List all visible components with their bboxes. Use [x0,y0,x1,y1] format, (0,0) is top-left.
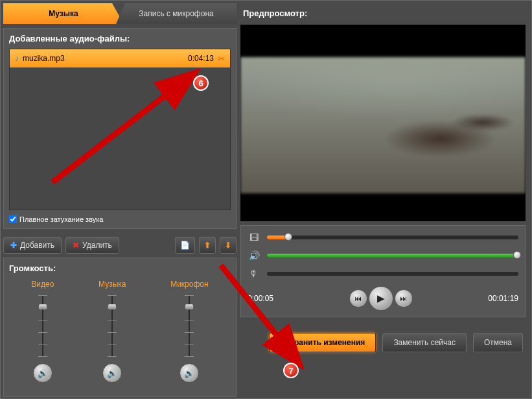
plus-icon: ✚ [10,241,17,250]
audio-track-slider[interactable] [267,254,518,258]
svg-line-3 [221,265,297,361]
video-track-slider[interactable] [267,236,518,239]
next-button[interactable]: ⏭ [395,290,412,307]
volume-video-slider[interactable] [36,295,49,357]
audio-item-duration: 0:04:13 [188,54,214,63]
music-note-icon: ♪ [15,54,19,63]
delete-button[interactable]: ✖Удалить [65,237,119,254]
volume-mic-label: Микрофон [170,280,208,289]
volume-music-label: Музыка [98,280,126,289]
volume-mic-mute[interactable]: 🔊 [179,363,199,383]
audio-files-title: Добавленные аудио-файлы: [9,34,231,43]
replace-button[interactable]: Заменить сейчас [382,333,467,352]
preview-area [240,25,526,221]
fade-checkbox[interactable] [9,215,17,223]
audio-toolbar: ✚Добавить ✖Удалить 📄 ⬆ ⬇ [3,237,237,254]
doc-button[interactable]: 📄 [175,237,195,254]
volume-music-slider[interactable] [106,295,119,357]
scissors-icon[interactable]: ✂ [218,54,225,64]
down-arrow-icon: ⬇ [225,241,231,250]
tab-music[interactable]: Музыка [3,3,124,24]
volume-music-mute[interactable]: 🔊 [102,363,122,383]
tabs: Музыка Запись с микрофона [3,3,237,24]
add-label: Добавить [20,241,54,250]
annotation-arrow-6 [40,66,208,195]
audio-item-name: muzika.mp3 [23,54,188,63]
tab-mic[interactable]: Запись с микрофона [116,3,237,24]
audio-item[interactable]: ♪ muzika.mp3 0:04:13 ✂ [10,49,230,67]
volume-panel: Громкость: Видео 🔊 Музыка [3,258,237,397]
film-icon: 🎞 [248,232,260,243]
move-up-button[interactable]: ⬆ [199,237,216,254]
volume-video-label: Видео [31,280,54,289]
delete-label: Удалить [82,241,112,250]
cancel-button[interactable]: Отмена [473,333,523,352]
callout-6: 6 [193,75,209,91]
prev-button[interactable]: ⏮ [350,290,367,307]
annotation-arrow-7 [214,259,318,376]
time-total: 00:01:19 [488,294,518,303]
svg-line-1 [52,75,192,182]
volume-video-mute[interactable]: 🔊 [33,363,52,383]
move-down-button[interactable]: ⬇ [220,237,237,254]
x-icon: ✖ [73,241,79,250]
preview-title: Предпросмотр: [240,3,526,21]
doc-icon: 📄 [180,241,190,250]
up-arrow-icon: ⬆ [204,241,211,250]
volume-mic-slider[interactable] [183,295,196,357]
fade-label: Плавное затухание звука [19,215,103,223]
add-button[interactable]: ✚Добавить [3,237,62,254]
playback-controls: ⏮ ▶ ⏭ [350,287,412,310]
play-button[interactable]: ▶ [369,287,393,310]
preview-frame [240,57,526,193]
callout-7: 7 [283,363,299,378]
volume-title: Громкость: [9,263,231,273]
